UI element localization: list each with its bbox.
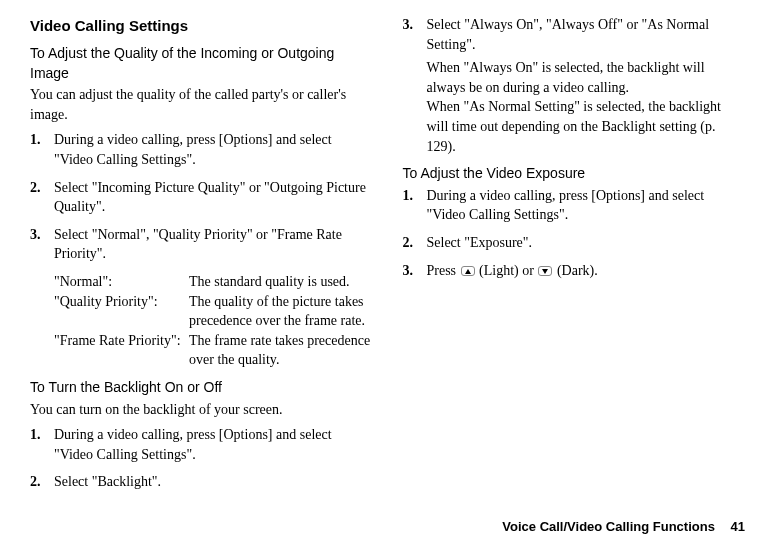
- step-number: 3.: [30, 225, 41, 245]
- step-text-suffix: (Dark).: [553, 263, 597, 278]
- step-number: 2.: [30, 472, 41, 492]
- step-number: 3.: [403, 261, 414, 281]
- step-number: 3.: [403, 15, 414, 35]
- up-arrow-icon: [461, 266, 475, 276]
- subheading-backlight: To Turn the Backlight On or Off: [30, 378, 373, 398]
- step-text: Select "Normal", "Quality Priority" or "…: [54, 227, 342, 262]
- step-number: 1.: [30, 130, 41, 150]
- definition-key: "Quality Priority":: [54, 292, 189, 331]
- steps-quality: 1. During a video calling, press [Option…: [30, 130, 373, 264]
- step-text: Select "Backlight".: [54, 474, 161, 489]
- definition-row: "Quality Priority": The quality of the p…: [54, 292, 373, 331]
- steps-backlight-continued: 3. Select "Always On", "Always Off" or "…: [403, 15, 746, 156]
- intro-quality: You can adjust the quality of the called…: [30, 85, 373, 124]
- list-item: 3. Press (Light) or (Dark).: [403, 261, 746, 281]
- list-item: 1. During a video calling, press [Option…: [30, 130, 373, 169]
- step-text: Select "Exposure".: [427, 235, 533, 250]
- step-number: 2.: [30, 178, 41, 198]
- step-text-prefix: Press: [427, 263, 460, 278]
- section-heading: Video Calling Settings: [30, 15, 373, 36]
- list-item: 3. Select "Normal", "Quality Priority" o…: [30, 225, 373, 264]
- step-text: During a video calling, press [Options] …: [427, 188, 705, 223]
- step-text: Select "Always On", "Always Off" or "As …: [427, 17, 710, 52]
- list-item: 2. Select "Incoming Picture Quality" or …: [30, 178, 373, 217]
- definition-table: "Normal": The standard quality is used. …: [54, 272, 373, 370]
- intro-backlight: You can turn on the backlight of your sc…: [30, 400, 373, 420]
- definition-value: The standard quality is used.: [189, 272, 373, 292]
- step-explanation: When "Always On" is selected, the backli…: [427, 58, 746, 97]
- definition-row: "Normal": The standard quality is used.: [54, 272, 373, 292]
- definition-value: The frame rate takes precedence over the…: [189, 331, 373, 370]
- page-footer: Voice Call/Video Calling Functions 41: [502, 518, 745, 536]
- definition-key: "Frame Rate Priority":: [54, 331, 189, 370]
- step-number: 1.: [403, 186, 414, 206]
- step-text: During a video calling, press [Options] …: [54, 427, 332, 462]
- footer-title: Voice Call/Video Calling Functions: [502, 519, 715, 534]
- step-explanation: When "As Normal Setting" is selected, th…: [427, 97, 746, 156]
- definition-key: "Normal":: [54, 272, 189, 292]
- subheading-quality: To Adjust the Quality of the Incoming or…: [30, 44, 373, 83]
- page-number: 41: [731, 519, 745, 534]
- left-column: Video Calling Settings To Adjust the Qua…: [30, 15, 373, 500]
- step-text: During a video calling, press [Options] …: [54, 132, 332, 167]
- steps-exposure: 1. During a video calling, press [Option…: [403, 186, 746, 280]
- step-number: 2.: [403, 233, 414, 253]
- list-item: 2. Select "Backlight".: [30, 472, 373, 492]
- list-item: 1. During a video calling, press [Option…: [403, 186, 746, 225]
- step-text-middle: (Light) or: [476, 263, 538, 278]
- list-item: 1. During a video calling, press [Option…: [30, 425, 373, 464]
- steps-backlight: 1. During a video calling, press [Option…: [30, 425, 373, 492]
- step-text: Select "Incoming Picture Quality" or "Ou…: [54, 180, 366, 215]
- definition-row: "Frame Rate Priority": The frame rate ta…: [54, 331, 373, 370]
- step-number: 1.: [30, 425, 41, 445]
- list-item: 3. Select "Always On", "Always Off" or "…: [403, 15, 746, 156]
- subheading-exposure: To Adjust the Video Exposure: [403, 164, 746, 184]
- list-item: 2. Select "Exposure".: [403, 233, 746, 253]
- right-column: 3. Select "Always On", "Always Off" or "…: [403, 15, 746, 500]
- definition-value: The quality of the picture takes precede…: [189, 292, 373, 331]
- down-arrow-icon: [538, 266, 552, 276]
